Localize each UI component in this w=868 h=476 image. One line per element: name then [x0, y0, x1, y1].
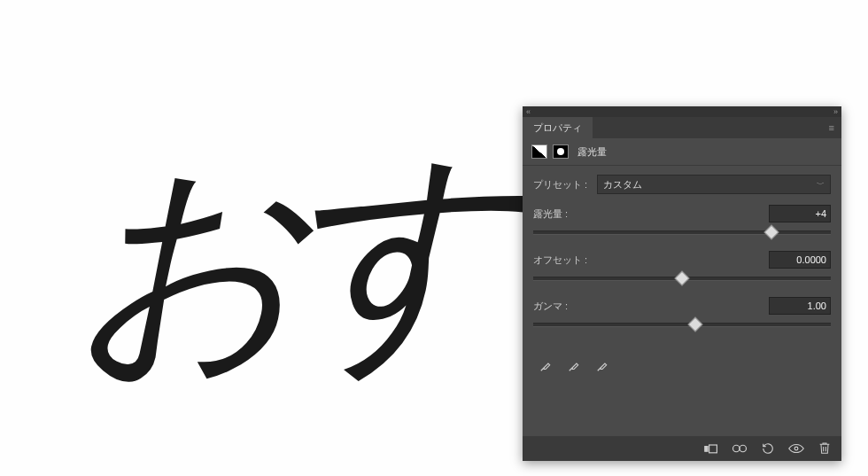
svg-rect-1: [705, 447, 708, 452]
panel-footer: [523, 436, 841, 461]
chevron-down-icon: ﹀: [817, 179, 825, 191]
exposure-label: 露光量 :: [533, 207, 597, 221]
exposure-thumb[interactable]: [763, 225, 779, 240]
visibility-eye-icon[interactable]: [788, 441, 804, 456]
gamma-row: ガンマ : 1.00: [533, 297, 831, 315]
gamma-slider[interactable]: [533, 318, 831, 331]
reset-icon[interactable]: [760, 441, 776, 456]
eyedropper-gray-icon[interactable]: [567, 359, 581, 373]
tab-properties[interactable]: プロパティ: [523, 117, 593, 138]
panel-tabbar: プロパティ ≡: [523, 117, 841, 138]
collapse-right-icon[interactable]: »: [833, 107, 838, 116]
panel-grip-bar[interactable]: « »: [523, 106, 841, 117]
offset-value[interactable]: 0.0000: [769, 251, 831, 269]
preset-label: プリセット :: [533, 178, 597, 191]
svg-point-2: [733, 445, 740, 452]
view-previous-icon[interactable]: [732, 441, 748, 456]
eyedropper-group: [533, 343, 831, 389]
offset-slider[interactable]: [533, 272, 831, 285]
slider-track: [533, 230, 831, 235]
preset-row: プリセット : カスタム ﹀: [533, 175, 831, 194]
svg-point-4: [794, 447, 798, 450]
trash-icon[interactable]: [817, 441, 833, 456]
eyedropper-black-icon[interactable]: [539, 359, 553, 373]
gamma-label: ガンマ :: [533, 300, 597, 313]
clip-to-layer-icon[interactable]: [703, 441, 719, 456]
svg-rect-0: [709, 445, 717, 453]
preset-value: カスタム: [603, 178, 642, 191]
offset-row: オフセット : 0.0000: [533, 251, 831, 269]
adjustment-header: 露光量: [523, 138, 841, 166]
eyedropper-white-icon[interactable]: [595, 359, 609, 373]
collapse-left-icon[interactable]: «: [526, 107, 531, 116]
svg-point-3: [740, 445, 747, 452]
gamma-thumb[interactable]: [688, 317, 703, 332]
offset-thumb[interactable]: [675, 271, 690, 286]
exposure-value[interactable]: +4: [769, 205, 831, 222]
curves-icon[interactable]: [531, 144, 547, 159]
properties-panel: « » プロパティ ≡ 露光量 プリセット : カスタム ﹀ 露光量 : +4 …: [523, 106, 841, 461]
preset-select[interactable]: カスタム ﹀: [597, 175, 831, 194]
adjustment-title: 露光量: [577, 145, 607, 159]
gamma-value[interactable]: 1.00: [769, 297, 831, 315]
offset-label: オフセット :: [533, 254, 597, 267]
exposure-slider[interactable]: [533, 226, 831, 238]
exposure-row: 露光量 : +4: [533, 205, 831, 222]
mask-icon[interactable]: [553, 144, 569, 159]
adjustment-body: プリセット : カスタム ﹀ 露光量 : +4 オフセット : 0.0000 ガ…: [523, 166, 841, 398]
slider-track: [533, 323, 831, 327]
panel-menu-icon[interactable]: ≡: [822, 122, 841, 133]
